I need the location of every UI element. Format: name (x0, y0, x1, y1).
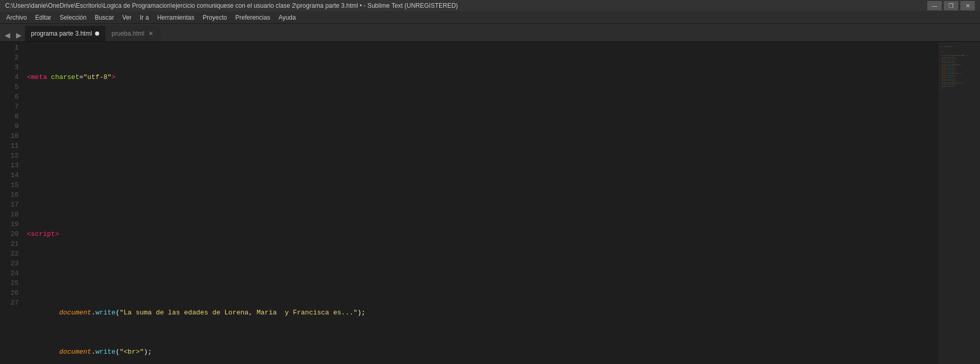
tab-modified-dot (95, 31, 99, 36)
minimap: <meta charset="utf-8"> <script> document… (939, 42, 980, 364)
menu-seleccion[interactable]: Selección (55, 13, 90, 22)
tab-bar: ◀ ▶ programa parte 3.html prueba.html ✕ (0, 24, 980, 42)
linenum-6: 6 (2, 92, 19, 102)
linenum-22: 22 (2, 249, 19, 259)
linenum-12: 12 (2, 151, 19, 161)
tab-close-prueba[interactable]: ✕ (147, 30, 154, 37)
menu-archivo[interactable]: Archivo (2, 13, 31, 22)
linenum-9: 9 (2, 121, 19, 131)
code-line-5: <script> (27, 229, 939, 239)
code-line-4 (27, 190, 939, 200)
menu-ira[interactable]: Ir a (136, 13, 153, 22)
linenum-13: 13 (2, 161, 19, 170)
linenum-11: 11 (2, 141, 19, 151)
tab-next-button[interactable]: ▶ (13, 28, 24, 41)
menu-editar[interactable]: Editar (31, 13, 55, 22)
linenum-26: 26 (2, 288, 19, 298)
linenum-25: 25 (2, 278, 19, 288)
linenum-8: 8 (2, 112, 19, 121)
line-numbers: 1 2 3 4 5 6 7 8 9 10 11 12 13 14 15 16 1… (0, 42, 23, 364)
linenum-17: 17 (2, 200, 19, 210)
code-line-7: document.write("La suma de las edades de… (27, 308, 939, 318)
tab-label-programa: programa parte 3.html (31, 30, 92, 37)
linenum-4: 4 (2, 72, 19, 82)
linenum-10: 10 (2, 131, 19, 141)
code-line-1: <meta charset="utf-8"> (27, 72, 939, 82)
code-line-3 (27, 151, 939, 161)
linenum-27: 27 (2, 298, 19, 308)
maximize-button[interactable]: ❐ (944, 1, 958, 10)
menu-proyecto[interactable]: Proyecto (198, 13, 231, 22)
menu-ayuda[interactable]: Ayuda (274, 13, 300, 22)
menu-bar: Archivo Editar Selección Buscar Ver Ir a… (0, 11, 980, 24)
linenum-15: 15 (2, 180, 19, 190)
menu-buscar[interactable]: Buscar (90, 13, 118, 22)
linenum-7: 7 (2, 102, 19, 112)
linenum-19: 19 (2, 219, 19, 229)
linenum-16: 16 (2, 190, 19, 200)
menu-ver[interactable]: Ver (118, 13, 136, 22)
tab-programa-parte3[interactable]: programa parte 3.html (25, 26, 105, 41)
linenum-5: 5 (2, 82, 19, 92)
menu-herramientas[interactable]: Herramientas (153, 13, 198, 22)
code-line-6 (27, 268, 939, 278)
menu-preferencias[interactable]: Preferencias (231, 13, 274, 22)
linenum-23: 23 (2, 259, 19, 268)
linenum-18: 18 (2, 210, 19, 219)
minimize-button[interactable]: — (927, 1, 942, 10)
editor-container: 1 2 3 4 5 6 7 8 9 10 11 12 13 14 15 16 1… (0, 42, 980, 364)
linenum-24: 24 (2, 268, 19, 278)
close-button[interactable]: ✕ (960, 1, 975, 10)
linenum-20: 20 (2, 229, 19, 239)
linenum-3: 3 (2, 62, 19, 72)
code-line-2 (27, 112, 939, 121)
linenum-14: 14 (2, 170, 19, 180)
tab-label-prueba: prueba.html (112, 30, 144, 37)
linenum-21: 21 (2, 239, 19, 249)
minimap-content: <meta charset="utf-8"> <script> document… (939, 42, 980, 364)
linenum-1: 1 (2, 43, 19, 53)
tab-prev-button[interactable]: ◀ (2, 28, 12, 41)
title-bar: C:\Users\danie\OneDrive\Escritorio\Logic… (0, 0, 980, 11)
tab-prueba[interactable]: prueba.html ✕ (105, 26, 161, 41)
window-controls[interactable]: — ❐ ✕ (927, 1, 975, 10)
code-line-8: document.write("<br>"); (27, 347, 939, 357)
code-editor[interactable]: <meta charset="utf-8"> <script> document… (23, 42, 939, 364)
linenum-2: 2 (2, 53, 19, 62)
window-title: C:\Users\danie\OneDrive\Escritorio\Logic… (5, 2, 927, 9)
